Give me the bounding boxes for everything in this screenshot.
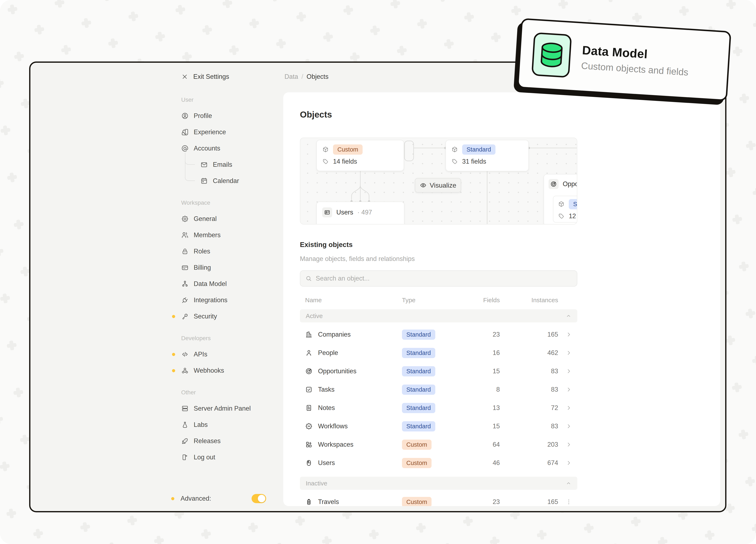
- visualize-button[interactable]: Visualize: [415, 178, 461, 192]
- chevron-up-icon: [566, 313, 571, 319]
- chevron-up-icon: [566, 480, 571, 486]
- chevron-right-icon: [565, 404, 572, 412]
- chevron-right-icon: [565, 349, 572, 357]
- target-icon: [550, 181, 557, 187]
- section-label-user: User: [181, 92, 279, 108]
- type-badge: Standard: [569, 199, 577, 209]
- sidebar-item-label: Calendar: [213, 177, 239, 185]
- chevron-right-icon: [565, 386, 572, 393]
- sidebar-item-label: Releases: [194, 437, 221, 445]
- sidebar-item-general[interactable]: General: [181, 211, 279, 227]
- group-label: Inactive: [306, 480, 327, 487]
- fields-value: 46: [459, 459, 500, 467]
- eye-icon: [420, 182, 427, 189]
- row-name: Travels: [318, 498, 339, 506]
- fields-count: 12 fields: [569, 212, 577, 220]
- type-badge: Standard: [402, 330, 435, 340]
- group-header-inactive[interactable]: Inactive: [300, 477, 577, 490]
- flask-icon: [181, 421, 189, 429]
- sidebar-item-roles[interactable]: Roles: [181, 243, 279, 259]
- diagram-subcard: Standard 12 fields: [553, 196, 577, 222]
- toggle-knob: [258, 495, 265, 502]
- sidebar-item-label: Security: [194, 313, 217, 320]
- object-name: Opportunities: [563, 180, 577, 188]
- kebab-menu-icon[interactable]: [565, 498, 572, 505]
- sidebar-item-releases[interactable]: Releases: [181, 433, 279, 449]
- table-row-opportunities[interactable]: Opportunities Standard 15 83: [300, 362, 577, 380]
- fields-value: 13: [459, 404, 500, 412]
- existing-objects-subtitle: Manage objects, fields and relationships: [300, 255, 415, 262]
- exit-settings-button[interactable]: Exit Settings: [181, 69, 279, 85]
- table-row-notes[interactable]: Notes Standard 13 72: [300, 399, 577, 417]
- sidebar-item-security[interactable]: Security: [181, 308, 279, 325]
- sidebar-item-integrations[interactable]: Integrations: [181, 292, 279, 308]
- group-header-active[interactable]: Active: [300, 309, 577, 323]
- sidebar-item-labs[interactable]: Labs: [181, 417, 279, 433]
- tag-icon: [322, 158, 329, 165]
- sidebar-item-members[interactable]: Members: [181, 227, 279, 243]
- instances-value: 83: [500, 368, 558, 375]
- table-row-users[interactable]: Users Custom 46 674: [300, 454, 577, 472]
- sidebar-item-label: Accounts: [194, 145, 220, 152]
- sidebar-item-log-out[interactable]: Log out: [181, 449, 279, 465]
- row-name: Notes: [318, 404, 335, 412]
- sidebar-item-emails[interactable]: Emails: [181, 156, 279, 173]
- color-swatch-icon: [181, 128, 189, 136]
- sidebar-item-billing[interactable]: Billing: [181, 259, 279, 276]
- diagram-card-custom: Custom 14 fields: [316, 140, 404, 171]
- sidebar-item-label: Webhooks: [194, 367, 224, 374]
- advanced-toggle[interactable]: [252, 494, 266, 503]
- notification-dot: [172, 353, 175, 356]
- fields-value: 23: [459, 498, 500, 506]
- webhook-icon: [181, 367, 189, 374]
- tree-connector: [185, 152, 195, 181]
- row-name: Workspaces: [318, 441, 353, 448]
- row-name: Workflows: [318, 423, 348, 430]
- fields-value: 23: [459, 331, 500, 338]
- sidebar-item-server-admin-panel[interactable]: Server Admin Panel: [181, 400, 279, 417]
- type-badge: Standard: [402, 421, 435, 432]
- table-row-travels[interactable]: Travels Custom 23 165: [300, 493, 577, 506]
- sidebar-item-label: Labs: [194, 421, 208, 429]
- breadcrumb: Data / Objects: [284, 69, 328, 85]
- cube-icon: [451, 146, 458, 153]
- table-row-people[interactable]: People Standard 16 462: [300, 344, 577, 362]
- table-row-companies[interactable]: Companies Standard 23 165: [300, 325, 577, 344]
- fields-value: 64: [459, 441, 500, 448]
- callout-text: Data Model Custom objects and fields: [581, 43, 690, 78]
- sidebar-item-apis[interactable]: APIs: [181, 346, 279, 363]
- sidebar-item-data-model[interactable]: Data Model: [181, 276, 279, 292]
- sidebar-item-label: Emails: [213, 161, 232, 168]
- instances-value: 72: [500, 404, 558, 412]
- cube-icon: [322, 146, 329, 153]
- instances-value: 203: [500, 441, 558, 448]
- sidebar-item-profile[interactable]: Profile: [181, 108, 279, 124]
- table-row-tasks[interactable]: Tasks Standard 8 83: [300, 380, 577, 399]
- fields-count: 14 fields: [333, 158, 357, 165]
- diagram-card-users: Users · 497: [316, 201, 404, 224]
- breadcrumb-parent[interactable]: Data: [284, 73, 298, 80]
- sidebar-item-calendar[interactable]: Calendar: [181, 173, 279, 189]
- column-header-instances: Instances: [500, 297, 558, 304]
- table-row-workflows[interactable]: Workflows Standard 15 83: [300, 417, 577, 435]
- sidebar-item-accounts[interactable]: Accounts: [181, 140, 279, 156]
- objects-settings-panel: Objects: [283, 92, 720, 506]
- sidebar-item-label: Billing: [194, 264, 211, 271]
- workflow-gear-icon: [305, 423, 313, 430]
- existing-objects-title: Existing objects: [300, 241, 353, 249]
- icon-tile: [549, 179, 559, 189]
- row-name: Users: [318, 459, 335, 467]
- sidebar-item-label: General: [194, 215, 217, 222]
- sidebar-item-experience[interactable]: Experience: [181, 124, 279, 140]
- data-model-callout-card: Data Model Custom objects and fields: [517, 18, 731, 101]
- instances-value: 165: [500, 498, 558, 506]
- fields-value: 16: [459, 349, 500, 357]
- table-row-workspaces[interactable]: Workspaces Custom 64 203: [300, 435, 577, 454]
- search-input[interactable]: [316, 275, 572, 282]
- object-search: [300, 270, 577, 287]
- sidebar-item-webhooks[interactable]: Webhooks: [181, 363, 279, 379]
- instances-value: 83: [500, 386, 558, 393]
- chevron-right-icon: [565, 331, 572, 338]
- type-badge: Standard: [402, 403, 435, 413]
- users-icon: [181, 231, 189, 239]
